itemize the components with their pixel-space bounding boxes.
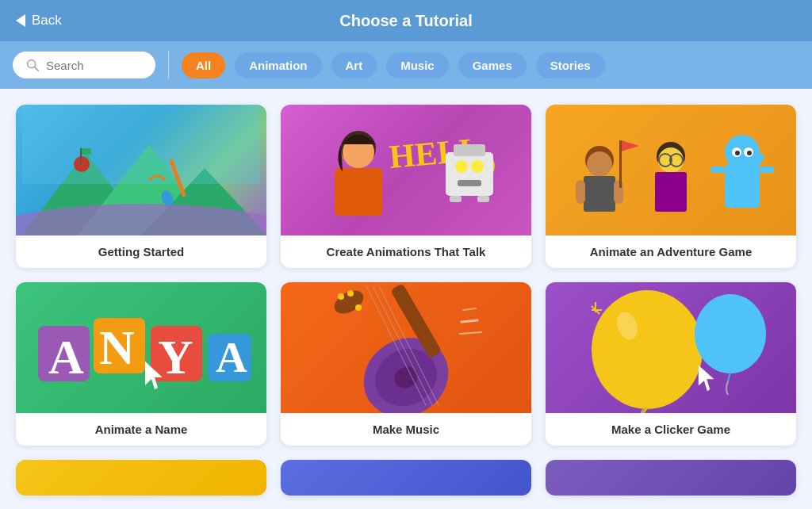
filter-games[interactable]: Games (458, 52, 527, 78)
svg-text:Y: Y (158, 330, 193, 384)
svg-rect-44 (760, 166, 774, 173)
svg-text:A: A (48, 330, 84, 384)
svg-rect-20 (477, 196, 489, 202)
filter-animation[interactable]: Animation (235, 52, 321, 78)
svg-point-41 (735, 151, 740, 155)
svg-rect-19 (450, 196, 462, 202)
svg-rect-14 (446, 152, 493, 196)
card-label-adventure: Animate an Adventure Game (546, 235, 796, 268)
svg-point-42 (747, 151, 752, 155)
tutorial-card-name[interactable]: A N Y A Animate a Name (16, 282, 266, 446)
svg-line-64 (463, 308, 476, 310)
back-label: Back (32, 13, 62, 29)
svg-rect-27 (576, 180, 585, 204)
tutorial-card-clicker[interactable]: Make a Clicker Game (546, 282, 796, 446)
svg-point-66 (338, 293, 344, 300)
card-image-music (281, 282, 531, 413)
svg-point-69 (592, 290, 703, 409)
partial-card-1[interactable] (16, 460, 266, 496)
card-label-clicker: Make a Clicker Game (546, 413, 796, 446)
card-image-getting-started (16, 105, 266, 235)
search-input[interactable] (46, 59, 143, 72)
svg-text:A: A (216, 333, 247, 381)
svg-point-25 (587, 151, 612, 177)
svg-rect-28 (614, 180, 623, 204)
card-image-clicker (546, 282, 796, 413)
card-label-getting-started: Getting Started (16, 235, 266, 268)
card-image-adventure (546, 105, 796, 235)
card-image-name: A N Y A (16, 282, 266, 413)
tutorial-card-getting-started[interactable]: Getting Started (16, 105, 266, 268)
card-image-animations-talk: HELL O (281, 105, 531, 235)
tutorial-grid: Getting Started HELL O (0, 89, 812, 446)
tutorial-card-animations-talk[interactable]: HELL O Create Animations That Talk (281, 105, 531, 268)
svg-line-63 (460, 332, 481, 334)
filter-music[interactable]: Music (386, 52, 449, 78)
tutorial-card-music[interactable]: Make Music (281, 282, 531, 446)
partial-card-3[interactable] (546, 460, 796, 496)
svg-rect-33 (655, 172, 687, 212)
card-label-name: Animate a Name (16, 413, 266, 446)
filter-bar: All Animation Art Music Games Stories (0, 41, 812, 89)
svg-point-68 (355, 304, 362, 311)
svg-rect-8 (80, 148, 82, 164)
svg-point-17 (471, 160, 484, 173)
card-label-music: Make Music (281, 413, 531, 446)
partial-row (0, 460, 812, 496)
svg-text:N: N (99, 320, 135, 374)
svg-rect-15 (454, 144, 485, 156)
svg-marker-30 (622, 140, 639, 151)
filter-art[interactable]: Art (331, 52, 377, 78)
svg-point-67 (347, 290, 354, 297)
tutorial-card-adventure[interactable]: Animate an Adventure Game (546, 105, 796, 268)
search-box (13, 52, 155, 78)
svg-rect-26 (584, 176, 615, 212)
svg-rect-5 (22, 105, 260, 184)
svg-line-1 (35, 67, 39, 71)
filter-all[interactable]: All (182, 52, 225, 78)
card-label-animations-talk: Create Animations That Talk (281, 235, 531, 268)
svg-rect-9 (82, 148, 91, 155)
svg-point-16 (455, 160, 468, 173)
header: Back Choose a Tutorial (0, 0, 812, 41)
svg-line-62 (462, 320, 477, 322)
back-arrow-icon (16, 14, 25, 27)
back-button[interactable]: Back (16, 13, 62, 29)
filter-stories[interactable]: Stories (536, 52, 605, 78)
svg-rect-29 (619, 140, 622, 188)
svg-marker-74 (699, 365, 714, 391)
search-icon (25, 58, 40, 72)
svg-rect-18 (458, 180, 481, 186)
filter-divider (168, 51, 169, 79)
page-title: Choose a Tutorial (339, 12, 472, 30)
svg-rect-43 (710, 166, 725, 173)
svg-rect-23 (335, 168, 382, 216)
partial-card-2[interactable] (281, 460, 531, 496)
svg-point-72 (695, 294, 766, 373)
